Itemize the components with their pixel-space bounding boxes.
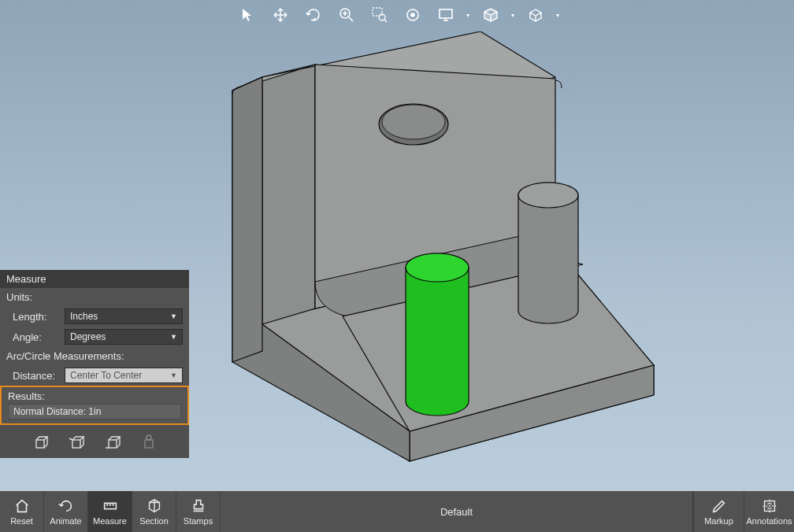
angle-value: Degrees — [70, 331, 106, 342]
wall-left-tall[interactable] — [232, 77, 262, 362]
center-text: Default — [440, 506, 473, 518]
arc-section-label: Arc/Circle Measurements: — [0, 347, 189, 365]
measure-opt-3[interactable] — [102, 431, 124, 453]
panel-tool-row — [0, 425, 189, 458]
caret-down-icon: ▼ — [170, 333, 177, 341]
angle-select[interactable]: Degrees ▼ — [65, 329, 183, 345]
zoom-fit-tool[interactable] — [400, 3, 425, 27]
svg-rect-6 — [36, 440, 44, 448]
top-toolbar: ▾ ▾ ▾ — [0, 0, 794, 28]
results-label: Results: — [8, 390, 181, 402]
pointer-tool[interactable] — [235, 3, 260, 27]
panel-title: Measure — [0, 270, 189, 288]
measure-opt-4[interactable] — [138, 431, 160, 453]
dropdown-caret-icon[interactable]: ▾ — [511, 13, 515, 17]
model-3d[interactable] — [209, 31, 697, 472]
measure-label: Measure — [93, 516, 127, 526]
zoom-area-tool[interactable] — [367, 3, 392, 27]
center-status: Default — [221, 491, 693, 532]
measure-opt-2[interactable] — [65, 431, 87, 453]
zoom-tool[interactable] — [334, 3, 359, 27]
length-label: Length: — [13, 311, 60, 323]
reset-label: Reset — [10, 516, 33, 526]
animate-label: Animate — [50, 516, 81, 526]
stamps-label: Stamps — [184, 516, 213, 526]
bottom-bar: Reset Animate Measure Section Stamps Def… — [0, 491, 794, 532]
svg-point-10 — [147, 435, 151, 440]
annotations-label: Annotations — [746, 516, 792, 526]
render-tool[interactable] — [478, 3, 503, 27]
svg-rect-9 — [145, 440, 153, 448]
animate-button[interactable]: Animate — [44, 491, 88, 532]
grey-cyl-top[interactable] — [518, 183, 578, 208]
caret-down-icon: ▼ — [170, 371, 177, 379]
length-value: Inches — [70, 311, 98, 322]
svg-point-4 — [411, 13, 414, 17]
view-cube-tool[interactable] — [523, 3, 548, 27]
back-wall-front-face[interactable] — [262, 65, 315, 324]
markup-button[interactable]: Markup — [693, 491, 744, 532]
dropdown-caret-icon[interactable]: ▾ — [466, 13, 470, 17]
section-button[interactable]: Section — [132, 491, 176, 532]
measure-panel: Measure Units: Length: Inches ▼ Angle: D… — [0, 270, 189, 458]
distance-label: Distance: — [13, 370, 60, 382]
green-cyl-top[interactable] — [406, 253, 469, 282]
dropdown-caret-icon[interactable]: ▾ — [556, 13, 560, 17]
distance-select[interactable]: Center To Center ▼ — [65, 368, 183, 383]
markup-label: Markup — [704, 516, 733, 526]
caret-down-icon: ▼ — [170, 312, 177, 320]
svg-rect-7 — [72, 440, 80, 448]
results-value: Normal Distance: 1in — [8, 404, 181, 419]
wall-hole-inner — [382, 105, 445, 139]
display-mode-tool[interactable] — [433, 3, 458, 27]
stamps-button[interactable]: Stamps — [176, 491, 221, 532]
distance-value: Center To Center — [70, 370, 142, 381]
section-label: Section — [139, 516, 169, 526]
measure-opt-1[interactable] — [29, 431, 51, 453]
pan-tool[interactable] — [268, 3, 293, 27]
results-box: Results: Normal Distance: 1in — [0, 386, 189, 425]
reset-button[interactable]: Reset — [0, 491, 44, 532]
svg-rect-5 — [440, 9, 452, 18]
orbit-tool[interactable] — [301, 3, 326, 27]
measure-button[interactable]: Measure — [88, 491, 132, 532]
angle-label: Angle: — [13, 331, 60, 343]
length-select[interactable]: Inches ▼ — [65, 308, 183, 324]
annotations-button[interactable]: Annotations — [744, 491, 794, 532]
svg-rect-8 — [109, 440, 117, 448]
units-section-label: Units: — [0, 288, 189, 306]
